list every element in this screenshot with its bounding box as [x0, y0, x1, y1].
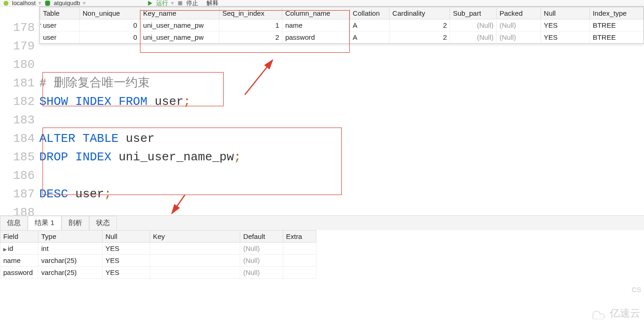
explain-button[interactable]: 解释	[207, 0, 219, 6]
table-header-row: Field Type Null Key Default Extra	[0, 231, 316, 243]
database-icon	[44, 0, 51, 6]
desc-table[interactable]: Field Type Null Key Default Extra ▶id in…	[0, 230, 316, 279]
run-icon[interactable]	[147, 0, 153, 6]
row-marker-icon: ▶	[3, 247, 8, 252]
table-row[interactable]: namevarchar(25) YES (Null)	[0, 255, 316, 267]
watermark: 亿速云	[588, 306, 640, 320]
index-table[interactable]: TableNon_unique Key_nameSeq_in_index Col…	[40, 7, 644, 43]
result-tabs: 信息 结果 1 剖析 状态	[0, 215, 644, 230]
cloud-icon	[588, 307, 607, 319]
desc-result-panel: Field Type Null Key Default Extra ▶id in…	[0, 230, 316, 279]
tab-info[interactable]: 信息	[0, 216, 28, 230]
table-header-row: TableNon_unique Key_nameSeq_in_index Col…	[40, 7, 644, 19]
index-result-panel: TableNon_unique Key_nameSeq_in_index Col…	[39, 6, 644, 44]
table-row[interactable]: ▶user 0 uni_user_name_pw 1 name A 2 (Nul…	[40, 19, 644, 31]
run-button[interactable]: 运行	[156, 0, 168, 6]
stop-button[interactable]: 停止	[186, 0, 198, 6]
database-label[interactable]: atguigudb	[54, 0, 80, 6]
tab-status[interactable]: 状态	[89, 216, 117, 230]
connection-toolbar: localhost ▾ atguigudb ▾ 运行 ▾ 停止 解释	[0, 0, 644, 6]
tab-profile[interactable]: 剖析	[61, 216, 89, 230]
row-marker-icon: ▶	[40, 21, 42, 26]
cs-label: CS	[632, 286, 641, 293]
table-row[interactable]: passwordvarchar(25) YES (Null)	[0, 267, 316, 279]
svg-rect-2	[178, 1, 182, 5]
tab-result1[interactable]: 结果 1	[28, 216, 61, 230]
stop-icon[interactable]	[177, 0, 183, 6]
connection-icon	[3, 0, 9, 6]
host-label[interactable]: localhost	[12, 0, 36, 6]
table-row[interactable]: ▶id intYES (Null)	[0, 243, 316, 255]
svg-point-0	[4, 0, 9, 6]
table-row[interactable]: user 0 uni_user_name_pw 2 password A 2 (…	[40, 31, 644, 43]
